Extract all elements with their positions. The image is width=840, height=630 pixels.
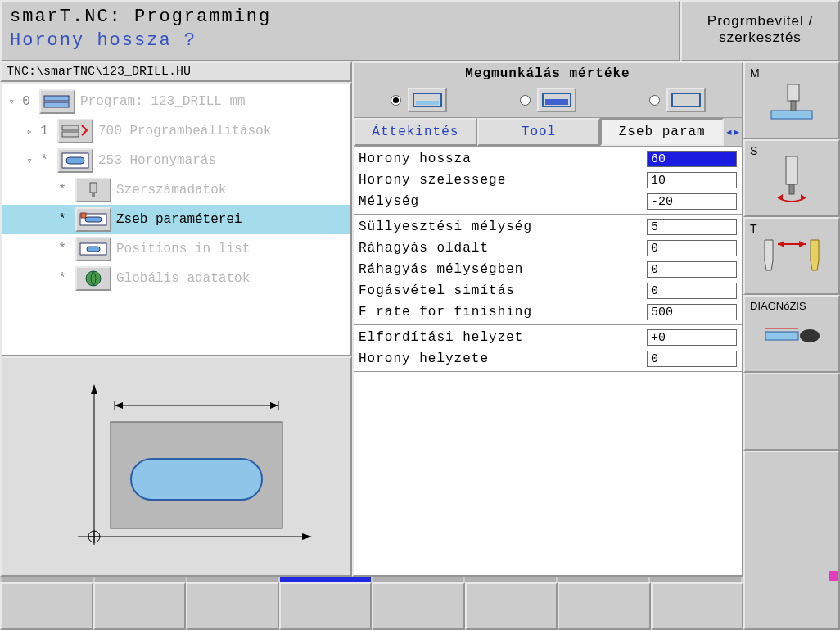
softkey-b3[interactable]	[186, 582, 279, 630]
tree-row[interactable]: *Globális adatatok	[2, 264, 350, 293]
tree-row[interactable]: ▿0Program: 123_DRILL mm	[2, 87, 350, 116]
finish-icon	[666, 88, 706, 112]
tree-index: 0	[18, 94, 34, 109]
param-input[interactable]: +0	[647, 329, 737, 346]
param-input[interactable]: 0	[647, 351, 737, 367]
tab-bar: ÁttekintésToolZseb param◂▸	[354, 117, 742, 147]
app-title: smarT.NC: Programming	[10, 7, 671, 27]
machining-opt-1[interactable]	[520, 88, 576, 112]
machining-opt-0[interactable]	[391, 88, 447, 112]
param-row: F rate for finishing500	[354, 301, 742, 323]
softkey-s[interactable]: S	[743, 139, 840, 217]
param-input[interactable]: 10	[647, 172, 737, 188]
param-row: Ráhagyás mélységben0	[354, 259, 742, 280]
tree-index: *	[54, 212, 70, 227]
param-input[interactable]: -20	[647, 193, 737, 210]
svg-rect-31	[545, 99, 568, 105]
svg-marker-17	[302, 533, 312, 540]
tree-row[interactable]: ▹1700 Programbeállítások	[2, 116, 350, 146]
svg-point-13	[86, 271, 101, 286]
tree-row[interactable]: ▿*253 Horonymarás	[2, 146, 350, 175]
svg-marker-27	[270, 402, 278, 409]
param-label: Süllyesztési mélység	[359, 220, 647, 234]
svg-rect-29	[416, 101, 439, 105]
param-input[interactable]: 5	[647, 219, 737, 235]
param-row: Elfordítási helyzet+0	[354, 327, 742, 348]
param-label: Ráhagyás mélységben	[359, 262, 647, 277]
softkey-b5[interactable]	[372, 582, 465, 630]
softkey-b6[interactable]	[465, 582, 558, 630]
softkey-m[interactable]: M	[743, 61, 840, 139]
softkey-diagnosis[interactable]: DIAGNóZIS	[743, 295, 840, 373]
mode-button[interactable]: Progrmbevitel / szerkesztés	[680, 0, 840, 61]
svg-rect-6	[90, 183, 97, 193]
softkeys-bottom	[0, 582, 743, 630]
softkey-r6[interactable]	[743, 451, 840, 630]
svg-rect-7	[92, 193, 95, 197]
tree-item-icon	[75, 207, 111, 232]
tree-twisty-icon: ▿	[23, 155, 36, 167]
softkey-b2[interactable]	[93, 582, 187, 630]
tab-scroll-icon[interactable]: ◂▸	[724, 124, 742, 140]
tree-index: 1	[36, 124, 52, 138]
svg-marker-39	[801, 194, 806, 201]
param-row: Mélység-20	[354, 191, 742, 212]
softkey-b7[interactable]	[558, 582, 651, 630]
svg-rect-34	[788, 84, 799, 101]
svg-rect-33	[771, 111, 812, 119]
param-input[interactable]: 0	[647, 283, 737, 299]
radio-icon	[649, 95, 660, 106]
machining-opt-2[interactable]	[649, 88, 706, 112]
softkey-r5[interactable]	[743, 373, 840, 451]
param-label: Horony hossza	[359, 152, 647, 166]
param-input[interactable]: 500	[647, 304, 737, 320]
param-input[interactable]: 60	[647, 151, 737, 167]
svg-rect-32	[672, 93, 700, 107]
param-group: Horony hossza60Horony szelessege10Mélysé…	[354, 147, 742, 215]
param-group: Elfordítási helyzet+0Horony helyzete0	[354, 325, 742, 372]
tab-tool[interactable]: Tool	[477, 118, 601, 146]
param-row: Ráhagyás oldalt0	[354, 238, 742, 259]
softkey-label: M	[750, 66, 760, 79]
tree-label: 700 Programbeállítások	[98, 124, 350, 138]
tree-item-icon	[75, 237, 111, 261]
svg-rect-10	[81, 213, 86, 218]
softkey-b8[interactable]	[651, 582, 744, 630]
tree-item-icon	[75, 178, 111, 202]
param-input[interactable]: 0	[647, 261, 737, 278]
param-label: F rate for finishing	[359, 305, 647, 320]
param-input[interactable]: 0	[647, 240, 737, 256]
param-row: Fogásvétel simítás0	[354, 280, 742, 301]
tab-áttekintés[interactable]: Áttekintés	[354, 118, 477, 146]
softkeys-right: M S T	[743, 61, 840, 630]
prompt-line: Horony hossza ?	[10, 30, 671, 51]
tree-item-icon	[75, 266, 111, 291]
tree-row[interactable]: *Szerszámadatok	[2, 175, 350, 205]
softkey-t[interactable]: T	[743, 217, 840, 295]
tree-label: Zseb paraméterei	[116, 212, 350, 227]
svg-rect-22	[131, 459, 262, 500]
softkey-b1[interactable]	[0, 582, 93, 630]
spindle-icon	[748, 144, 835, 212]
tree-row[interactable]: *Positions in list	[2, 234, 350, 264]
param-row: Süllyesztési mélység5	[354, 216, 742, 238]
softkey-b4[interactable]	[279, 582, 373, 630]
tree-label: Program: 123_DRILL mm	[80, 94, 350, 109]
rough-icon	[537, 88, 576, 112]
tab-zseb-param[interactable]: Zseb param	[600, 118, 724, 146]
machine-icon	[748, 66, 835, 134]
tree-twisty-icon: ▹	[23, 125, 36, 138]
tree-label: 253 Horonymarás	[98, 153, 350, 168]
tree-item-icon	[57, 148, 93, 173]
tree-index: *	[54, 183, 70, 197]
svg-rect-5	[66, 157, 84, 164]
svg-marker-41	[778, 241, 784, 247]
program-tree[interactable]: ▿0Program: 123_DRILL mm▹1700 Programbeál…	[0, 82, 352, 356]
tree-row[interactable]: *Zseb paraméterei	[2, 205, 350, 234]
tree-twisty-icon: ▿	[5, 96, 18, 108]
tree-label: Szerszámadatok	[116, 183, 350, 197]
slot-preview-icon	[29, 373, 323, 561]
softkey-label: DIAGNóZIS	[750, 300, 806, 312]
svg-rect-0	[44, 96, 69, 101]
tree-label: Globális adatatok	[116, 271, 350, 286]
